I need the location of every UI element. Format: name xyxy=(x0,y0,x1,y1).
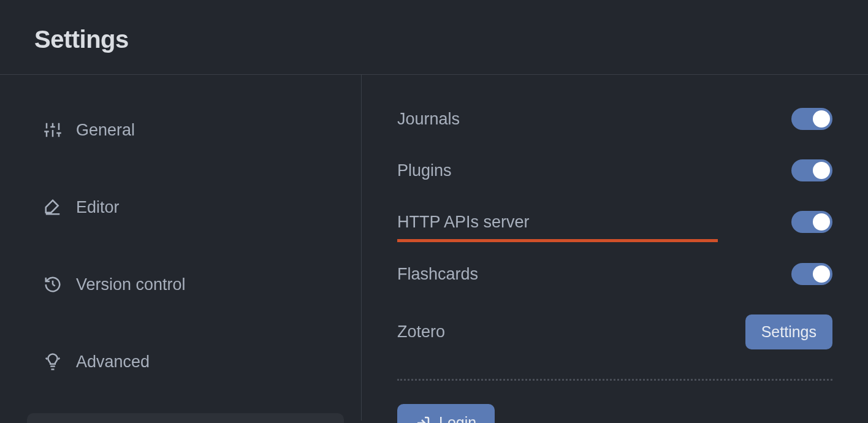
feature-label: Journals xyxy=(397,110,460,129)
feature-label: HTTP APIs server xyxy=(397,213,530,232)
svg-line-10 xyxy=(53,284,55,286)
lightbulb-icon xyxy=(43,352,63,372)
login-button-label: Login xyxy=(439,414,476,423)
feature-row-journals: Journals xyxy=(397,108,832,130)
feature-row-zotero: Zotero Settings xyxy=(397,314,832,349)
section-divider xyxy=(397,379,832,381)
feature-row-http-apis: HTTP APIs server xyxy=(397,211,832,233)
pen-icon xyxy=(43,197,63,217)
sidebar-item-general[interactable]: General xyxy=(27,104,344,156)
main-panel: Journals Plugins HTTP APIs server Flashc… xyxy=(362,75,868,421)
login-icon xyxy=(416,416,430,424)
toggle-http-apis[interactable] xyxy=(791,211,832,233)
settings-header: Settings xyxy=(0,0,868,75)
sidebar-item-advanced[interactable]: Advanced xyxy=(27,336,344,387)
toggle-journals[interactable] xyxy=(791,108,832,130)
toggle-flashcards[interactable] xyxy=(791,263,832,285)
sidebar-item-label: Advanced xyxy=(76,352,150,372)
feature-label: Zotero xyxy=(397,322,445,341)
toggle-plugins[interactable] xyxy=(791,159,832,181)
history-icon xyxy=(43,275,63,294)
toggle-knob xyxy=(813,213,830,231)
login-button[interactable]: Login xyxy=(397,404,495,423)
svg-line-11 xyxy=(46,358,48,360)
toggle-knob xyxy=(813,265,830,283)
feature-label: Flashcards xyxy=(397,265,478,284)
sidebar-item-label: Version control xyxy=(76,275,186,294)
sidebar-item-editor[interactable]: Editor xyxy=(27,181,344,233)
settings-container: General Editor Version control Advanced xyxy=(0,75,868,421)
toggle-knob xyxy=(813,162,830,179)
page-title: Settings xyxy=(34,26,868,53)
svg-line-12 xyxy=(58,358,60,360)
feature-row-plugins: Plugins xyxy=(397,159,832,181)
highlight-underline xyxy=(397,239,718,242)
feature-label: Plugins xyxy=(397,161,452,180)
sidebar: General Editor Version control Advanced xyxy=(0,75,362,421)
toggle-knob xyxy=(813,110,830,128)
sliders-icon xyxy=(43,120,63,140)
sidebar-item-label: Editor xyxy=(76,198,120,217)
feature-row-flashcards: Flashcards xyxy=(397,263,832,285)
sidebar-item-version-control[interactable]: Version control xyxy=(27,259,344,310)
sidebar-item-features[interactable]: Features xyxy=(27,413,344,423)
sidebar-item-label: General xyxy=(76,121,135,140)
zotero-settings-button[interactable]: Settings xyxy=(745,314,832,349)
